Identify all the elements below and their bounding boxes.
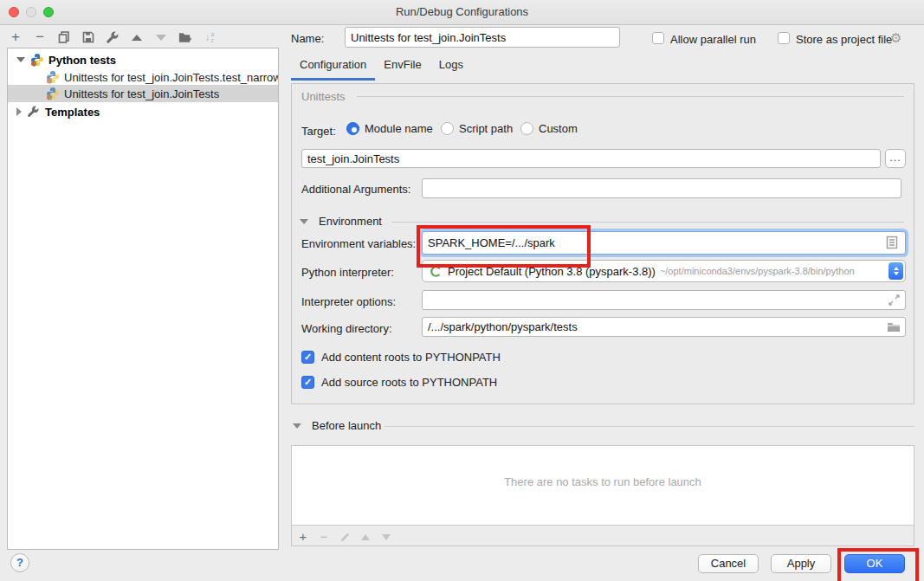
section-divider [391,222,904,223]
collapse-icon[interactable] [300,219,308,224]
remove-icon[interactable]: − [33,30,47,44]
interpreter-options-label: Interpreter options: [301,295,396,308]
templates-wrench-icon [27,105,41,119]
tree-item-unittests-test-narrow[interactable]: Unittests for test_join.JoinTests.test_n… [8,68,279,86]
section-divider [357,96,904,97]
tab-envfile[interactable]: EnvFile [375,58,430,81]
python-test-config-icon [46,87,60,100]
environment-variables-label: Environment variables: [301,237,416,250]
configurations-toolbar: + − ↓ az [9,29,216,46]
interpreter-value: Project Default (Python 3.8 (pyspark-3.8… [448,265,656,278]
allow-parallel-run-checkbox[interactable] [652,32,664,44]
add-content-roots-label: Add content roots to PYTHONPATH [321,351,501,364]
move-task-down-icon[interactable] [380,531,392,543]
configurations-tree: Python tests Unittests for test_join.Joi… [7,48,279,550]
remove-task-icon[interactable]: − [318,531,330,543]
radio-label: Module name [365,122,433,135]
edit-task-pencil-icon[interactable] [339,531,351,543]
radio-icon[interactable] [520,122,533,135]
store-as-project-file-checkbox[interactable] [778,32,790,44]
copy-configuration-icon[interactable] [57,30,71,44]
edit-variables-icon[interactable] [886,236,898,253]
save-configuration-icon[interactable] [81,30,95,44]
radio-script-path[interactable]: Script path [441,122,513,135]
radio-label: Script path [459,122,513,135]
radio-custom[interactable]: Custom [520,122,578,135]
module-name-input[interactable] [301,149,881,168]
before-launch-section-header[interactable]: Before launch [293,419,381,432]
python-tests-icon [30,53,44,67]
checked-checkbox-icon[interactable]: ✓ [301,376,314,389]
environment-section-title: Environment [319,215,382,228]
interpreter-options-input[interactable] [422,290,906,310]
radio-label: Custom [539,122,578,135]
cancel-button[interactable]: Cancel [698,554,759,573]
tab-configuration[interactable]: Configuration [291,58,375,81]
help-button[interactable]: ? [10,553,29,572]
add-source-roots-label: Add source roots to PYTHONPATH [321,376,497,389]
tree-item-label: Unittests for test_join.JoinTests [64,87,219,100]
browse-button[interactable]: ... [885,149,906,168]
environment-variables-input[interactable] [422,231,906,255]
expand-field-icon[interactable] [888,294,900,309]
environment-section-header[interactable]: Environment [300,215,382,228]
expand-icon[interactable] [16,107,22,116]
new-folder-icon[interactable] [178,30,192,44]
python-test-config-icon [46,70,60,84]
before-launch-tasks-box: There are no tasks to run before launch … [291,445,914,546]
python-interpreter-label: Python interpreter: [301,266,394,279]
add-icon[interactable]: + [9,30,23,44]
tree-item-unittests-jointests[interactable]: Unittests for test_join.JoinTests [8,85,279,102]
allow-parallel-run-label: Allow parallel run [670,33,756,46]
combo-stepper-icon[interactable] [888,262,903,280]
ok-button[interactable]: OK [844,554,905,573]
title-bar: Run/Debug Configurations [0,0,924,25]
apply-button[interactable]: Apply [771,554,831,573]
move-up-icon[interactable] [130,30,144,44]
radio-selected-icon[interactable] [346,122,359,135]
tree-item-python-tests[interactable]: Python tests [8,51,279,68]
gear-icon[interactable]: ⚙ [890,30,901,46]
target-label: Target: [301,125,336,138]
conda-env-icon [430,265,443,278]
move-task-up-icon[interactable] [359,531,372,543]
tree-item-label: Python tests [48,54,116,67]
additional-arguments-label: Additional Arguments: [301,183,410,196]
window-title: Run/Debug Configurations [0,5,924,18]
radio-module-name[interactable]: Module name [346,122,433,135]
tasks-list-area[interactable]: There are no tasks to run before launch [292,446,914,526]
tree-item-label: Templates [45,106,100,119]
working-directory-label: Working directory: [301,322,392,335]
section-divider [384,426,914,427]
add-content-roots-row[interactable]: ✓ Add content roots to PYTHONPATH [301,351,501,364]
tab-bar: Configuration EnvFile Logs [291,57,472,81]
collapse-icon[interactable] [293,423,301,429]
tab-logs[interactable]: Logs [430,58,472,81]
move-down-icon[interactable] [154,30,168,44]
before-launch-title: Before launch [312,419,381,432]
store-as-project-file-label: Store as project file [796,33,892,46]
unittests-section-title: Unittests [301,90,346,103]
run-debug-configurations-dialog: Run/Debug Configurations + − ↓ az [0,0,924,581]
tree-item-templates[interactable]: Templates [8,103,279,120]
sort-az-icon[interactable]: ↓ az [203,30,216,44]
name-label: Name: [291,32,324,45]
empty-tasks-message: There are no tasks to run before launch [292,475,914,488]
folder-icon[interactable] [887,320,901,336]
python-interpreter-select[interactable]: Project Default (Python 3.8 (pyspark-3.8… [422,260,906,282]
tree-item-label: Unittests for test_join.JoinTests.test_n… [64,71,279,84]
additional-arguments-input[interactable] [422,178,901,198]
collapse-icon[interactable] [16,57,25,62]
add-task-icon[interactable]: + [297,531,309,543]
checked-checkbox-icon[interactable]: ✓ [301,351,314,364]
radio-icon[interactable] [441,122,454,135]
interpreter-path: ~/opt/miniconda3/envs/pyspark-3.8/bin/py… [660,266,885,276]
edit-templates-wrench-icon[interactable] [106,30,120,44]
tasks-toolbar: + − [297,529,392,545]
name-input[interactable] [345,27,620,48]
working-directory-input[interactable] [422,317,906,337]
add-source-roots-row[interactable]: ✓ Add source roots to PYTHONPATH [301,376,497,389]
